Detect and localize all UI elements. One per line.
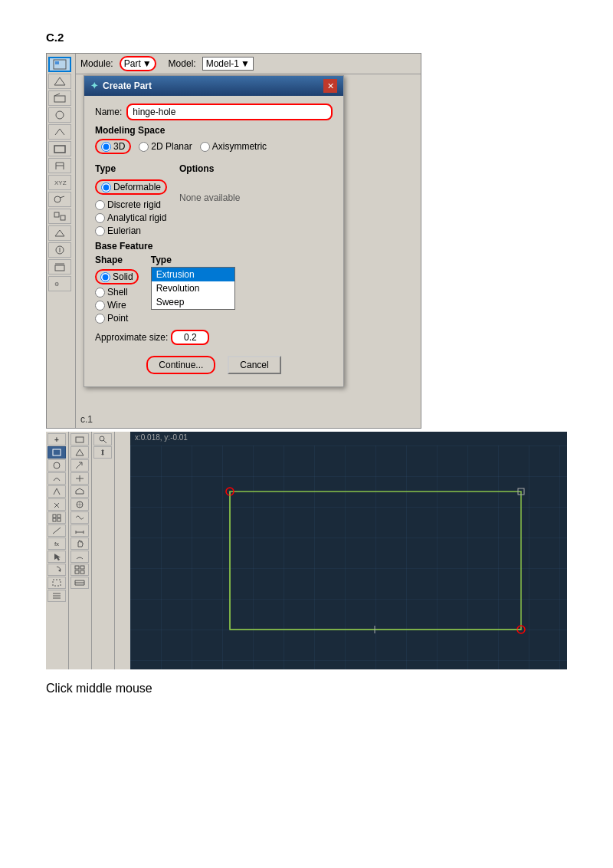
svg-rect-17 [55, 265, 64, 271]
toolbar-icon-1[interactable] [48, 57, 71, 72]
radio-discrete[interactable] [95, 200, 105, 210]
svg-rect-47 [80, 570, 84, 574]
svg-rect-1 [55, 61, 59, 64]
bti2-dim[interactable] [70, 524, 89, 537]
type-title: Type [95, 163, 167, 174]
toolbar-icon-8[interactable]: XYZ [48, 175, 71, 190]
bti-list-items[interactable] [48, 590, 66, 602]
list-item-sweep[interactable]: Sweep [152, 295, 234, 309]
page-container: C.2 [0, 0, 613, 726]
options-none: None available [179, 192, 333, 203]
radio-eulerian[interactable] [95, 226, 105, 236]
svg-rect-44 [75, 566, 79, 569]
section-label: C.2 [46, 31, 567, 44]
model-value: Model-1 [206, 58, 239, 69]
bti2-hand[interactable] [70, 538, 89, 550]
bti-line[interactable] [48, 524, 66, 537]
radio-deformable-circled: Deformable [95, 179, 167, 195]
svg-rect-30 [53, 580, 61, 586]
toolbar-icon-10[interactable] [48, 209, 71, 224]
radio-3d[interactable] [101, 142, 111, 152]
toolbar-icon-13[interactable] [48, 259, 71, 275]
svg-point-4 [56, 111, 64, 119]
tool-col-3 [92, 432, 115, 669]
base-feature-row: Shape Solid Shell [95, 255, 333, 324]
bti-plus[interactable]: + [48, 433, 66, 446]
svg-line-6 [60, 129, 64, 135]
radio-analytical[interactable] [95, 213, 105, 223]
radio-shell-label: Shell [107, 287, 128, 298]
bti2-move[interactable] [70, 472, 89, 485]
bti2-wave[interactable] [70, 511, 89, 524]
options-title: Options [179, 163, 333, 174]
bti-circle[interactable] [48, 459, 66, 472]
name-input[interactable] [126, 104, 333, 120]
bti-grid[interactable] [48, 511, 66, 524]
radio-wire[interactable] [95, 301, 105, 311]
approx-input[interactable] [171, 330, 209, 345]
list-item-revolution[interactable]: Revolution [152, 281, 234, 295]
bti-pointer[interactable] [48, 551, 66, 563]
dialog-close-button[interactable]: ✕ [323, 79, 337, 93]
bti-text[interactable]: fx [48, 538, 66, 550]
radio-2d[interactable] [139, 142, 149, 152]
bti2-poly[interactable] [70, 485, 89, 498]
bti-arc[interactable] [48, 472, 66, 485]
svg-marker-37 [76, 488, 84, 494]
toolbar-icon-11[interactable] [48, 225, 71, 241]
screenshot-top: XYZ ⚙ [46, 53, 567, 429]
toolbar-icon-3[interactable] [48, 90, 71, 106]
toolbar-icon-4[interactable] [48, 107, 71, 123]
radio-shell[interactable] [95, 288, 105, 298]
dialog-title: Create Part [103, 81, 152, 91]
svg-line-11 [60, 196, 64, 198]
bti2-tri[interactable] [70, 446, 89, 459]
bti-box-sel[interactable] [48, 577, 66, 589]
bti2-rows[interactable] [70, 577, 89, 589]
tool-col-1: + [46, 432, 69, 669]
left-toolbar: XYZ ⚙ [47, 54, 76, 428]
bti2-resize[interactable] [70, 459, 89, 472]
bti2-star[interactable] [70, 498, 89, 511]
toolbar-icon-7[interactable] [48, 158, 71, 173]
bti-select[interactable] [48, 446, 66, 459]
model-select[interactable]: Model-1 ▼ [202, 57, 254, 71]
type-options-row: Type Deformable Discrete rigid [95, 159, 333, 236]
bti-spin[interactable] [48, 564, 66, 576]
bti2-rotate[interactable] [70, 551, 89, 563]
model-dropdown-icon: ▼ [241, 58, 250, 69]
toolbar-icon-6[interactable] [48, 141, 71, 156]
module-select-wrapper: Part ▼ [120, 56, 156, 71]
continue-button[interactable]: Continue... [146, 356, 215, 374]
svg-line-5 [55, 129, 60, 135]
toolbar-icon-2[interactable] [48, 74, 71, 89]
radio-solid-circled: Solid [95, 269, 139, 284]
toolbar-icon-12[interactable] [48, 242, 71, 258]
svg-rect-45 [80, 566, 84, 569]
svg-rect-7 [54, 146, 65, 153]
bti2-rect[interactable] [70, 433, 89, 446]
type-list-column: Type Extrusion Revolution Sweep [151, 255, 235, 324]
radio-deformable[interactable] [101, 182, 111, 192]
radio-axisym[interactable] [200, 142, 210, 152]
svg-rect-13 [61, 215, 65, 220]
bti-arrow[interactable] [48, 485, 66, 498]
bti-cross[interactable] [48, 498, 66, 511]
svg-marker-29 [58, 569, 61, 572]
module-select[interactable]: Part ▼ [120, 56, 156, 71]
cancel-button[interactable]: Cancel [228, 356, 280, 374]
bti3-pan[interactable] [93, 446, 112, 459]
toolbar-icon-14[interactable]: ⚙ [48, 276, 71, 291]
radio-eulerian-label: Eulerian [107, 225, 141, 236]
toolbar-icon-5[interactable] [48, 124, 71, 140]
coords-bar: x:0.018, y:-0.01 [130, 432, 567, 446]
dialog-body: Name: Modeling Space 3D [84, 96, 343, 386]
bti3-zoom[interactable] [93, 433, 112, 446]
radio-point[interactable] [95, 314, 105, 324]
toolbar-icon-9[interactable] [48, 192, 71, 207]
radio-analytical-item: Analytical rigid [95, 212, 167, 223]
radio-solid[interactable] [100, 272, 110, 282]
radio-point-label: Point [107, 313, 128, 324]
list-item-extrusion[interactable]: Extrusion [152, 268, 234, 281]
bti2-boxes[interactable] [70, 564, 89, 576]
